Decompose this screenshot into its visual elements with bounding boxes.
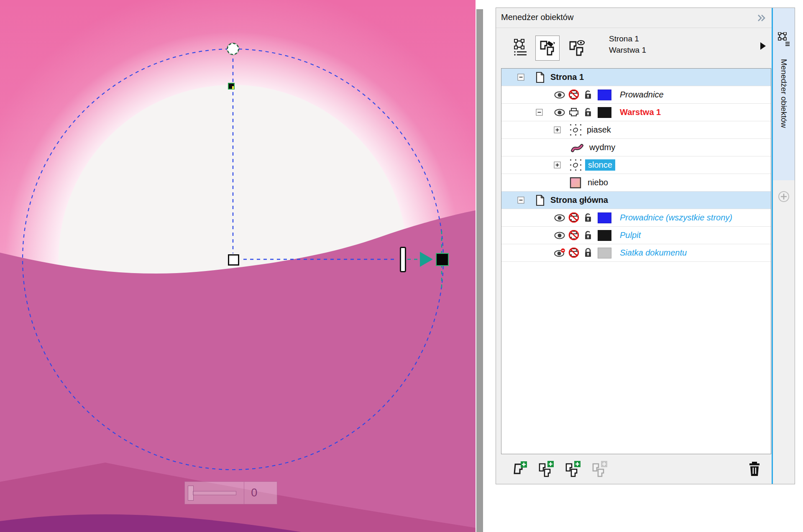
transparency-start-handle[interactable]	[228, 254, 239, 266]
new-master-layer-all-icon	[537, 460, 557, 478]
tree-row-master-siatka[interactable]: Siatka dokumentu	[501, 244, 771, 262]
layer-color-swatch[interactable]	[598, 248, 611, 258]
no-print-icon[interactable]	[568, 248, 580, 258]
page-label[interactable]: Strona główna	[550, 195, 608, 205]
canvas-drop-shadow	[476, 9, 483, 532]
new-layer-button[interactable]	[512, 459, 532, 479]
object-tree: Strona 1 Prowadnice	[501, 68, 771, 454]
tree-row-master-prowadnice[interactable]: Prowadnice (wszystkie strony)	[501, 209, 771, 227]
master-layer-label[interactable]: Siatka dokumentu	[620, 248, 687, 258]
collapse-expander-icon[interactable]	[517, 74, 524, 81]
curve-icon	[571, 142, 583, 153]
slider-track[interactable]	[184, 481, 244, 504]
object-label[interactable]: wydmy	[589, 143, 615, 152]
layer-color-swatch[interactable]	[598, 230, 611, 241]
layer-label[interactable]: Warstwa 1	[620, 107, 661, 117]
tree-row-layer-warstwa-1[interactable]: Warstwa 1	[501, 104, 771, 121]
active-layer-label: Warstwa 1	[609, 44, 646, 56]
no-print-icon[interactable]	[568, 90, 580, 100]
object-label[interactable]: niebo	[588, 178, 608, 187]
slider-groove	[193, 491, 236, 495]
tab-label[interactable]: Menedżer obiektów	[779, 59, 788, 128]
print-enabled-icon[interactable]	[568, 107, 580, 118]
slider-value-box[interactable]: 0	[244, 481, 277, 504]
new-master-layer-odd-icon	[564, 460, 583, 478]
page-icon	[535, 72, 545, 83]
new-master-layer-even-icon	[591, 460, 610, 478]
visibility-eye-icon[interactable]	[554, 231, 565, 240]
tree-row-object-slonce[interactable]: slonce	[501, 156, 771, 174]
show-object-properties-button[interactable]	[509, 36, 532, 60]
lock-open-icon[interactable]	[584, 212, 593, 223]
tree-row-page-strona-glowna[interactable]: Strona główna	[501, 192, 771, 209]
master-layer-label[interactable]: Pulpit	[620, 230, 641, 240]
plus-circle-icon	[777, 190, 790, 203]
flyout-arrow-button[interactable]	[760, 42, 766, 50]
lock-closed-icon[interactable]	[584, 248, 593, 258]
no-print-icon[interactable]	[568, 230, 580, 241]
collapse-expander-icon[interactable]	[517, 197, 524, 204]
trash-icon	[748, 461, 761, 476]
page-icon	[535, 194, 545, 206]
edit-layers-pencil-icon	[538, 39, 557, 57]
visibility-eye-icon[interactable]	[554, 91, 565, 99]
group-icon	[570, 159, 581, 171]
visibility-eye-icon[interactable]	[554, 214, 565, 222]
tree-row-object-piasek[interactable]: piasek	[501, 121, 771, 139]
expand-expander-icon[interactable]	[554, 161, 561, 169]
new-layer-icon	[513, 460, 531, 478]
object-label[interactable]: piasek	[587, 125, 611, 135]
transparency-slider[interactable]: 0	[184, 481, 277, 504]
tree-row-master-pulpit[interactable]: Pulpit	[501, 227, 771, 244]
active-context: Strona 1 Warstwa 1	[609, 33, 646, 56]
edit-across-layers-button[interactable]	[535, 36, 560, 61]
double-chevron-right-icon	[756, 13, 767, 23]
object-manager-tab-icon	[777, 32, 790, 47]
transparency-rotation-handle[interactable]	[227, 43, 239, 55]
lock-open-icon[interactable]	[584, 90, 593, 100]
object-label-selected[interactable]: slonce	[585, 159, 615, 171]
new-master-layer-odd-pages-button[interactable]	[564, 459, 584, 479]
visibility-eye-badge-icon[interactable]	[554, 248, 565, 258]
ellipse-node-handle[interactable]	[228, 83, 235, 90]
docker-toolbar: Strona 1 Warstwa 1	[496, 28, 795, 68]
lock-open-icon[interactable]	[584, 107, 593, 118]
docker-title: Menedżer obiektów	[501, 13, 573, 22]
group-icon	[570, 124, 581, 136]
object-manager-docker: Menedżer obiektów	[496, 8, 795, 484]
collapse-expander-icon[interactable]	[536, 109, 543, 116]
page-label[interactable]: Strona 1	[550, 72, 584, 82]
tree-row-layer-prowadnice[interactable]: Prowadnice	[501, 86, 771, 104]
object-properties-icon	[512, 39, 528, 56]
layer-label[interactable]: Prowadnice	[620, 90, 664, 100]
quick-customize-button[interactable]	[777, 190, 790, 203]
tab-object-manager[interactable]: Menedżer obiektów	[773, 8, 795, 180]
visibility-eye-icon[interactable]	[554, 108, 565, 117]
new-master-layer-even-pages-button	[591, 459, 611, 479]
delete-button[interactable]	[744, 459, 765, 479]
docker-bottom-toolbar	[496, 455, 772, 484]
tree-row-page-strona-1[interactable]: Strona 1	[501, 69, 771, 86]
no-print-icon[interactable]	[568, 212, 580, 223]
master-layer-label[interactable]: Prowadnice (wszystkie strony)	[620, 213, 732, 223]
transparency-end-handle[interactable]	[436, 253, 449, 266]
expand-expander-icon[interactable]	[554, 126, 561, 133]
transparency-midpoint-handle[interactable]	[400, 247, 406, 272]
layer-color-swatch[interactable]	[598, 107, 611, 118]
tree-row-object-wydmy[interactable]: wydmy	[501, 139, 771, 156]
layer-color-swatch[interactable]	[598, 90, 611, 100]
drawing-canvas[interactable]: 0	[0, 0, 476, 532]
active-page-label: Strona 1	[609, 33, 646, 44]
collapse-docker-button[interactable]	[756, 13, 767, 23]
layers-visibility-icon	[568, 38, 586, 57]
slider-value: 0	[251, 486, 257, 499]
tree-row-object-niebo[interactable]: niebo	[501, 174, 771, 192]
rectangle-fill-swatch-icon	[570, 177, 581, 189]
docker-header: Menedżer obiektów	[496, 8, 795, 28]
new-master-layer-all-pages-button[interactable]	[537, 459, 557, 479]
docker-tab-strip: Menedżer obiektów	[772, 8, 795, 484]
layer-manager-view-button[interactable]	[565, 36, 589, 60]
layer-color-swatch[interactable]	[598, 212, 611, 223]
lock-open-icon[interactable]	[584, 230, 593, 240]
